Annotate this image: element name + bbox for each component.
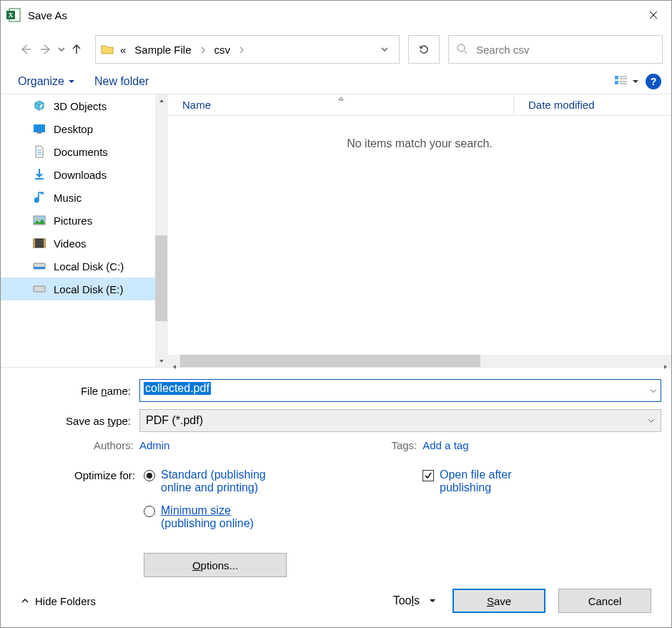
breadcrumb-parent[interactable]: Sample File — [130, 36, 195, 63]
window-title: Save As — [28, 9, 67, 21]
toolbar: Organize New folder ? — [1, 72, 671, 94]
breadcrumb-current[interactable]: csv — [210, 36, 235, 63]
recent-locations-button[interactable] — [58, 46, 65, 53]
videos-icon — [32, 236, 46, 250]
svg-rect-4 — [615, 76, 618, 79]
tags-label: Tags: — [391, 439, 417, 451]
svg-point-3 — [458, 44, 465, 51]
nav-documents[interactable]: Documents — [1, 140, 167, 163]
breadcrumb-sep-icon — [196, 36, 210, 63]
back-button[interactable] — [15, 39, 35, 59]
drive-icon — [32, 282, 46, 296]
nav-pictures[interactable]: Pictures — [1, 209, 167, 232]
svg-point-9 — [36, 218, 39, 220]
search-input[interactable] — [475, 43, 655, 57]
checkbox-icon — [423, 470, 434, 481]
address-bar[interactable]: « Sample File csv — [95, 35, 400, 64]
chevron-down-icon — [648, 417, 655, 424]
breadcrumb-sep-icon — [234, 36, 249, 63]
svg-rect-12 — [44, 239, 45, 247]
nav-videos[interactable]: Videos — [1, 232, 167, 255]
options-button[interactable]: Options... — [144, 553, 287, 577]
save-button[interactable]: Save — [453, 589, 545, 613]
form-area: File name: collected.pdf Save as type: P… — [1, 367, 671, 627]
authors-value[interactable]: Admin — [139, 439, 170, 451]
help-button[interactable]: ? — [646, 74, 661, 89]
svg-text:X: X — [9, 11, 14, 19]
cancel-button[interactable]: Cancel — [558, 589, 651, 613]
nav-downloads[interactable]: Downloads — [1, 163, 167, 186]
titlebar: X Save As — [1, 1, 671, 29]
save-type-label: Save as type: — [11, 415, 139, 427]
optimize-label: Optimize for: — [36, 468, 144, 577]
up-button[interactable] — [66, 39, 87, 59]
sort-asc-icon — [337, 92, 345, 104]
authors-label: Authors: — [94, 439, 134, 451]
folder-icon — [100, 42, 116, 57]
empty-message: No items match your search. — [168, 116, 671, 355]
svg-rect-6 — [34, 124, 45, 132]
scroll-down-icon[interactable] — [155, 355, 167, 367]
forward-button[interactable] — [36, 39, 56, 59]
column-date[interactable]: Date modified — [514, 94, 671, 115]
open-after-publishing-checkbox[interactable]: Open file after publishing — [423, 468, 512, 494]
nav-music[interactable]: Music — [1, 186, 167, 209]
svg-rect-10 — [34, 239, 45, 247]
scroll-right-icon[interactable] — [659, 355, 671, 379]
optimize-minimum-radio[interactable]: Minimum size (publishing online) — [144, 504, 287, 530]
tools-button[interactable]: Tools — [393, 594, 435, 607]
view-mode-button[interactable] — [614, 75, 638, 88]
hide-folders-button[interactable]: Hide Folders — [21, 595, 96, 607]
scroll-thumb[interactable] — [155, 235, 167, 321]
new-folder-button[interactable]: New folder — [94, 75, 149, 88]
nav-arrows — [9, 39, 87, 59]
filename-history-button[interactable] — [650, 385, 657, 397]
optimize-standard-radio[interactable]: Standard (publishing online and printing… — [144, 468, 287, 494]
download-icon — [32, 167, 46, 182]
refresh-button[interactable] — [408, 35, 440, 64]
tags-value[interactable]: Add a tag — [423, 439, 468, 451]
desktop-icon — [32, 122, 46, 136]
nav-scrollbar[interactable] — [155, 94, 167, 367]
filename-label: File name: — [11, 385, 139, 397]
music-icon — [32, 190, 46, 205]
chevron-up-icon — [21, 597, 29, 605]
chevron-down-icon — [430, 598, 435, 604]
nav-3d-objects[interactable]: 3D Objects — [1, 94, 167, 117]
svg-rect-11 — [34, 239, 35, 247]
nav-pane: 3D Objects Desktop Documents Downloads M… — [1, 94, 168, 367]
document-icon — [32, 144, 46, 159]
column-headers: Name Date modified — [168, 94, 671, 116]
pictures-icon — [32, 213, 46, 227]
radio-icon — [144, 470, 155, 481]
scroll-thumb[interactable] — [180, 355, 480, 367]
filename-input[interactable] — [139, 379, 661, 402]
excel-icon: X — [5, 6, 22, 24]
horizontal-scrollbar[interactable] — [168, 355, 671, 367]
save-as-dialog: X Save As « — [0, 0, 672, 628]
breadcrumb-prefix: « — [116, 36, 130, 63]
address-history-button[interactable] — [375, 46, 395, 53]
scroll-up-icon[interactable] — [155, 94, 167, 107]
file-list: Name Date modified No items match your s… — [168, 94, 671, 367]
svg-rect-7 — [37, 132, 41, 134]
nav-local-disk-e[interactable]: Local Disk (E:) — [1, 278, 167, 300]
chevron-down-icon — [633, 79, 638, 84]
svg-rect-15 — [34, 286, 45, 292]
nav-row: « Sample File csv — [1, 29, 671, 72]
drive-icon — [32, 259, 46, 273]
scroll-left-icon[interactable] — [168, 355, 180, 379]
nav-desktop[interactable]: Desktop — [1, 117, 167, 140]
search-icon — [456, 43, 468, 57]
save-type-dropdown[interactable]: PDF (*.pdf) — [139, 409, 661, 432]
search-box[interactable] — [448, 35, 663, 64]
close-button[interactable] — [637, 1, 670, 29]
column-name[interactable]: Name — [168, 94, 514, 115]
cube-icon — [32, 99, 46, 113]
nav-local-disk-c[interactable]: Local Disk (C:) — [1, 255, 167, 278]
organize-button[interactable]: Organize — [18, 75, 74, 88]
svg-rect-5 — [615, 81, 618, 84]
radio-icon — [144, 506, 155, 517]
svg-rect-14 — [34, 267, 45, 269]
